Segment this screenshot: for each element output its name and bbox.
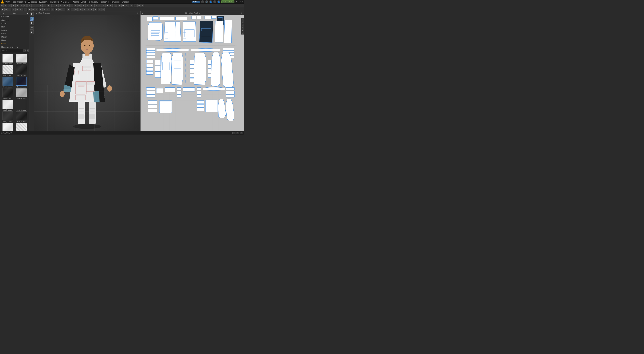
tb2-12[interactable]: ⊖ <box>42 8 46 11</box>
grid-view-icon[interactable]: ⊞ <box>27 49 29 52</box>
tb2-19[interactable]: ⊡ <box>70 8 74 11</box>
tool-6[interactable]: ⊡ <box>32 4 35 7</box>
sidebar-item-fabric[interactable]: Fabric <box>0 42 29 45</box>
fabric-item-2[interactable]: Cotton...zfab <box>1 65 14 76</box>
tool-24[interactable]: ◐ <box>102 4 105 7</box>
tool-34[interactable]: ⊠ <box>141 4 144 7</box>
sidebar-item-hair[interactable]: Hair <box>0 25 29 28</box>
tb2-18[interactable]: ⊞ <box>67 8 70 11</box>
sim-mode-badge[interactable]: SIMULATION <box>221 0 234 3</box>
tool-20[interactable]: ⊛ <box>86 4 89 7</box>
tb2-13[interactable]: ⊘ <box>46 8 50 11</box>
menu-avatar[interactable]: Аватар <box>73 1 79 3</box>
pattern-tb-4[interactable]: ⊕ <box>242 26 244 29</box>
sidebar-item-shoes[interactable]: Shoes <box>0 28 29 32</box>
sidebar-item-motion[interactable]: Motion <box>0 35 29 38</box>
tool-22[interactable]: ⊙ <box>94 4 98 7</box>
pattern-expand-left-icon[interactable]: ▲ <box>142 12 144 14</box>
tool-15[interactable]: ◎ <box>66 4 70 7</box>
menu-materials[interactable]: Материалы <box>61 1 71 3</box>
pause-btn[interactable]: ⏸ <box>4 4 7 7</box>
fabric-item-12[interactable]: Cotton...zfab <box>1 123 14 131</box>
dropdown-arrow-icon[interactable]: ▼ <box>236 1 237 3</box>
menu-settings[interactable]: Настройки <box>100 1 109 3</box>
fabric-item-11[interactable]: Knit_Fl...zfab <box>15 111 28 122</box>
tool-9[interactable]: ⊡ <box>43 4 46 7</box>
tool-7[interactable]: ⊟ <box>36 4 39 7</box>
sidebar-item-favorites[interactable]: Favorites <box>0 15 29 18</box>
fabric-item-6[interactable]: Denim...zfab <box>1 88 14 99</box>
tool-16[interactable]: ⊖ <box>70 4 73 7</box>
fabric-item-9[interactable]: Knit_C...zfab <box>15 100 28 111</box>
menu-2d[interactable]: 2Д детали <box>39 1 48 3</box>
tb2-11[interactable]: ⊗ <box>39 8 42 11</box>
menu-file[interactable]: Файл <box>5 1 10 3</box>
sidebar-item-garment[interactable]: Garment <box>0 18 29 22</box>
model-icon-1[interactable] <box>30 12 34 16</box>
tool-10[interactable]: ▣ <box>46 4 50 7</box>
audio-icon[interactable]: 🔊 <box>205 0 208 3</box>
tb2-17[interactable]: ◑ <box>62 8 66 11</box>
tool-12[interactable]: ∿ <box>55 4 58 7</box>
tb2-1[interactable]: ◀ <box>1 8 4 11</box>
model-icon-3[interactable] <box>30 21 34 25</box>
fabric-item-7[interactable]: Interlin...zfab <box>15 88 28 99</box>
tb2-25[interactable]: ⊗ <box>94 8 97 11</box>
tool-31[interactable]: ⊞ <box>130 4 133 7</box>
tool-19[interactable]: ⚙ <box>82 4 86 7</box>
sidebar-item-avatar[interactable]: Avatar <box>0 22 29 25</box>
tb2-16[interactable]: ◐ <box>58 8 62 11</box>
tb2-3[interactable]: ⊡ <box>8 8 12 11</box>
tool-14[interactable]: ⊗ <box>62 4 66 7</box>
sidebar-item-pose[interactable]: Pose <box>0 32 29 35</box>
tool-23[interactable]: ⊟ <box>98 4 102 7</box>
viewport-expand-icon[interactable]: ▲ <box>36 12 37 14</box>
menu-stitch[interactable]: Сшивание <box>50 1 59 3</box>
fabric-item-0[interactable]: Cotton...zfab <box>1 54 14 65</box>
fabric-item-4[interactable]: Denim...zfab <box>1 77 14 88</box>
cloud-icon[interactable]: ☁ <box>201 0 204 3</box>
tool-18[interactable]: ⟲ <box>77 4 81 7</box>
refresh-icon[interactable]: ↻ <box>24 49 26 52</box>
menu-edit[interactable]: Редактирование <box>12 1 26 3</box>
tb2-24[interactable]: ⊕ <box>90 8 94 11</box>
tb2-27[interactable]: ◈ <box>101 8 105 11</box>
menu-install[interactable]: Установки <box>111 1 120 3</box>
pattern-expand-right-icon[interactable]: ▶ <box>242 12 243 14</box>
pattern-tb-5[interactable]: ◐ <box>242 29 244 31</box>
model-icon-5[interactable] <box>30 30 34 34</box>
scale-tool[interactable]: ⤡ <box>23 4 27 7</box>
tb2-23[interactable]: ⊛ <box>86 8 90 11</box>
tb2-9[interactable]: ⊕ <box>31 8 35 11</box>
fabric-item-1[interactable]: Cotton...zfab <box>15 54 28 65</box>
sidebar-close-icon[interactable]: ✕ <box>2 12 4 14</box>
close-icon[interactable]: ✕ <box>242 1 244 3</box>
tb2-8[interactable]: ◈ <box>28 8 31 11</box>
tb2-22[interactable]: ◎ <box>83 8 86 11</box>
tb2-15[interactable]: ⬟ <box>55 8 58 11</box>
fabric-item-5[interactable]: Denim...zfab <box>15 77 28 88</box>
menu-help[interactable]: Справка <box>122 1 129 3</box>
maximize-icon[interactable]: □ <box>240 1 241 3</box>
tool-17[interactable]: ◈ <box>74 4 77 7</box>
sidebar-item-hanger[interactable]: Hanger <box>0 38 29 42</box>
tool-30[interactable]: ◎ <box>125 4 128 7</box>
model-icon-4[interactable] <box>30 26 34 30</box>
fabric-item-10[interactable]: Knit_C...zfab <box>1 111 14 122</box>
view-btn-2[interactable]: ⊡ <box>236 132 239 134</box>
tool-5[interactable]: ⊞ <box>28 4 32 7</box>
menu-show[interactable]: Показывать <box>88 1 98 3</box>
view-btn-1[interactable]: ⊞ <box>232 132 236 134</box>
help-icon[interactable]: ? <box>213 0 216 3</box>
record-btn[interactable]: ⏮ <box>1 4 4 7</box>
search-input[interactable] <box>1 49 24 52</box>
pattern-tb-6[interactable]: ◑ <box>242 32 244 34</box>
tool-8[interactable]: ⊠ <box>39 4 42 7</box>
sidebar-add-icon[interactable]: + <box>1 12 2 14</box>
tool-25[interactable]: ◑ <box>106 4 109 7</box>
minimize-icon[interactable]: − <box>238 1 239 3</box>
tb2-6[interactable]: ⊛ <box>19 8 22 11</box>
tb2-21[interactable]: ◉ <box>79 8 82 11</box>
tb2-7[interactable]: ⋱ <box>24 8 27 11</box>
tb2-10[interactable]: ◎ <box>35 8 38 11</box>
